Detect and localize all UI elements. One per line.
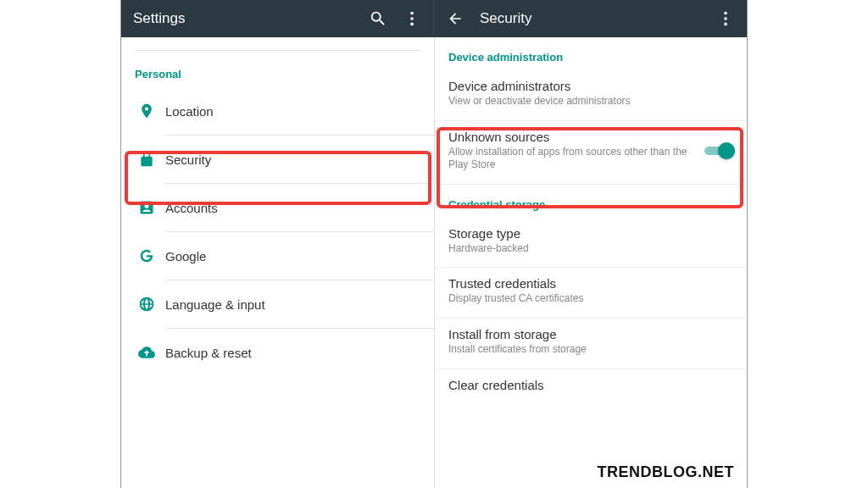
svg-point-0 [410, 12, 414, 15]
item-title: Install from storage [448, 327, 733, 341]
appbar-security: Security [434, 0, 747, 37]
item-subtitle: Allow installation of apps from sources … [448, 146, 696, 172]
more-icon[interactable] [403, 9, 421, 28]
svg-point-3 [724, 12, 727, 15]
more-icon[interactable] [716, 9, 735, 28]
search-icon[interactable] [369, 9, 387, 28]
sidebar-item-backup[interactable]: Backup & reset [121, 329, 434, 376]
item-title: Trusted credentials [448, 276, 733, 291]
sidebar-item-label: Accounts [165, 201, 218, 215]
account-icon [128, 199, 165, 216]
appbar-settings: Settings [121, 0, 434, 37]
watermark: TRENDBLOG.NET [598, 463, 735, 481]
svg-point-1 [410, 17, 414, 20]
item-title: Device administrators [448, 79, 733, 93]
item-subtitle: View or deactivate device administrators [448, 95, 733, 108]
item-clear-credentials[interactable]: Clear credentials [435, 369, 747, 402]
item-trusted-credentials[interactable]: Trusted credentials Display trusted CA c… [435, 268, 747, 314]
app-frame: Settings Security Personal Locat [120, 0, 748, 488]
item-title: Storage type [448, 226, 733, 241]
item-title: Clear credentials [448, 378, 733, 392]
sidebar-item-label: Location [165, 104, 214, 119]
item-device-administrators[interactable]: Device administrators View or deactivate… [435, 70, 747, 117]
sidebar-item-google[interactable]: Google [121, 232, 434, 280]
lock-icon [128, 151, 165, 168]
svg-point-4 [724, 17, 727, 20]
divider [135, 37, 420, 51]
sidebar-item-accounts[interactable]: Accounts [121, 184, 434, 231]
item-subtitle: Display trusted CA certificates [448, 292, 733, 306]
svg-point-2 [410, 23, 414, 26]
appbar-row: Settings Security [121, 0, 747, 37]
item-subtitle: Install certificates from storage [448, 343, 733, 357]
sidebar-item-label: Google [165, 249, 206, 263]
sidebar-item-label: Security [165, 152, 211, 167]
item-storage-type[interactable]: Storage type Hardware-backed [435, 218, 747, 264]
appbar-title-settings: Settings [133, 10, 353, 27]
sidebar-item-language[interactable]: Language & input [121, 280, 434, 328]
location-icon [128, 103, 165, 119]
item-install-from-storage[interactable]: Install from storage Install certificate… [435, 319, 747, 365]
svg-point-5 [724, 23, 727, 26]
google-icon [128, 247, 165, 264]
section-device-admin: Device administration [435, 37, 747, 70]
appbar-title-security: Security [480, 10, 701, 27]
back-icon[interactable] [446, 9, 465, 28]
security-detail: Device administration Device administrat… [434, 37, 747, 488]
item-title: Unknown sources [448, 130, 696, 144]
settings-list: Personal Location Security Accounts Goog… [121, 37, 434, 488]
globe-icon [128, 296, 165, 313]
section-personal: Personal [121, 54, 434, 87]
item-unknown-sources[interactable]: Unknown sources Allow installation of ap… [435, 121, 747, 180]
section-credential-storage: Credential storage [435, 185, 747, 218]
sidebar-item-label: Language & input [165, 297, 265, 312]
toggle-thumb [718, 142, 735, 159]
sidebar-item-location[interactable]: Location [121, 87, 434, 135]
content-row: Personal Location Security Accounts Goog… [121, 37, 747, 488]
sidebar-item-label: Backup & reset [165, 346, 252, 360]
backup-icon [128, 344, 165, 361]
item-subtitle: Hardware-backed [448, 242, 733, 256]
unknown-sources-toggle[interactable] [704, 142, 735, 159]
sidebar-item-security[interactable]: Security [121, 136, 434, 183]
